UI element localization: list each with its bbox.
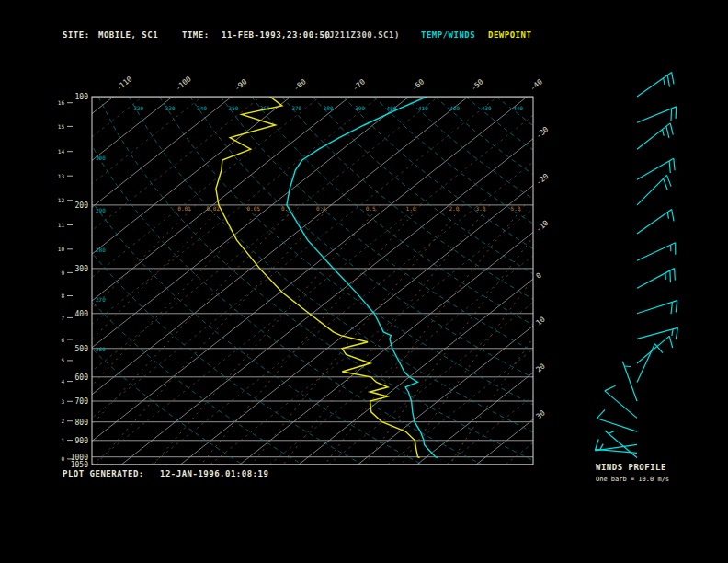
svg-text:1050: 1050 — [71, 461, 88, 469]
svg-text:370: 370 — [291, 105, 301, 111]
wind-barb — [637, 158, 675, 179]
svg-text:270: 270 — [96, 296, 106, 303]
right-temperature-labels: -30-20-100102030 — [535, 125, 551, 421]
svg-text:0.02: 0.02 — [206, 205, 220, 212]
wind-barb — [605, 385, 637, 418]
svg-text:20: 20 — [535, 362, 547, 373]
dewpoint-trace — [216, 97, 420, 458]
pressure-axis: 10020030040050060070080090010001050 — [71, 93, 88, 469]
wind-barb — [637, 301, 677, 315]
svg-text:200: 200 — [75, 201, 89, 210]
svg-text:13: 13 — [58, 173, 65, 179]
svg-text:380: 380 — [324, 105, 334, 111]
skewt-app-window: SITE: MOBILE, SC1 TIME: 11-FEB-1993,23:0… — [0, 0, 728, 563]
svg-text:15: 15 — [58, 123, 65, 130]
svg-text:10: 10 — [58, 246, 65, 252]
sounding-traces — [216, 97, 438, 458]
svg-text:0.01: 0.01 — [177, 205, 191, 212]
svg-text:260: 260 — [96, 346, 106, 352]
svg-text:5.0: 5.0 — [511, 205, 521, 212]
winds-profile-title: WINDS PROFILE — [596, 463, 666, 472]
svg-text:3.0: 3.0 — [475, 205, 485, 212]
svg-text:410: 410 — [418, 105, 428, 111]
svg-text:-70: -70 — [351, 77, 367, 92]
wind-barb — [637, 336, 673, 363]
height-axis: 012345678910111213141516 — [58, 99, 73, 462]
svg-text:6: 6 — [61, 337, 64, 343]
svg-text:-90: -90 — [233, 77, 249, 92]
svg-text:-80: -80 — [292, 77, 308, 92]
svg-text:0: 0 — [61, 455, 64, 462]
svg-text:700: 700 — [75, 397, 89, 406]
svg-text:-60: -60 — [410, 77, 426, 92]
svg-text:400: 400 — [75, 310, 89, 318]
wind-barb — [637, 175, 671, 205]
wind-barb — [637, 344, 663, 383]
wind-barb — [637, 269, 675, 289]
wind-barb — [595, 439, 637, 450]
svg-text:-20: -20 — [535, 172, 551, 187]
svg-text:800: 800 — [75, 419, 89, 427]
svg-text:500: 500 — [75, 345, 89, 353]
svg-text:30: 30 — [535, 408, 547, 420]
svg-text:0: 0 — [535, 271, 544, 281]
svg-text:300: 300 — [96, 155, 106, 161]
wind-barb — [637, 243, 676, 261]
svg-text:3: 3 — [61, 398, 64, 405]
wind-barb — [637, 123, 673, 149]
svg-text:300: 300 — [75, 265, 89, 273]
svg-text:290: 290 — [96, 207, 106, 213]
svg-text:9: 9 — [61, 270, 64, 276]
svg-text:420: 420 — [449, 105, 460, 111]
svg-text:1: 1 — [61, 437, 64, 443]
svg-text:-100: -100 — [174, 75, 193, 92]
svg-text:-110: -110 — [115, 75, 134, 92]
plot-generated-value: 12-JAN-1996,01:08:19 — [160, 469, 268, 478]
wind-barb — [637, 107, 677, 122]
svg-text:5: 5 — [61, 357, 64, 363]
svg-text:-50: -50 — [470, 77, 485, 92]
svg-text:11: 11 — [58, 222, 65, 228]
wind-barb — [637, 73, 674, 97]
svg-text:900: 900 — [75, 437, 89, 445]
svg-text:-30: -30 — [535, 125, 551, 140]
svg-text:4: 4 — [61, 378, 64, 385]
svg-text:350: 350 — [229, 105, 239, 111]
svg-text:14: 14 — [58, 148, 65, 155]
svg-text:8: 8 — [61, 293, 64, 299]
wind-barb — [637, 210, 674, 234]
svg-text:330: 330 — [165, 105, 176, 111]
svg-text:320: 320 — [133, 105, 143, 111]
svg-text:280: 280 — [96, 247, 106, 253]
skewt-grid — [0, 97, 728, 465]
temperature-trace — [287, 97, 438, 458]
svg-text:0.05: 0.05 — [246, 205, 260, 212]
top-temperature-labels: -110-100-90-80-70-60-50-40 — [115, 75, 544, 92]
plot-border — [92, 97, 533, 465]
svg-text:100: 100 — [75, 93, 89, 101]
wind-barb — [622, 362, 637, 401]
svg-text:7: 7 — [61, 315, 64, 321]
svg-text:1.0: 1.0 — [406, 205, 416, 212]
wind-barb — [605, 431, 637, 458]
svg-text:0.2: 0.2 — [316, 205, 326, 212]
plot-generated-label: PLOT GENERATED: — [63, 469, 144, 478]
svg-text:2: 2 — [61, 418, 64, 424]
svg-text:390: 390 — [355, 105, 365, 111]
wind-barbs — [595, 73, 677, 458]
svg-text:440: 440 — [513, 105, 523, 111]
svg-text:-40: -40 — [529, 77, 544, 92]
winds-profile-subtitle: One barb = 10.0 m/s — [596, 476, 669, 483]
svg-text:-10: -10 — [535, 219, 551, 234]
svg-text:0.5: 0.5 — [366, 205, 376, 212]
svg-text:2.0: 2.0 — [449, 205, 459, 212]
svg-text:430: 430 — [482, 105, 492, 111]
svg-text:16: 16 — [58, 99, 65, 106]
svg-text:600: 600 — [75, 373, 89, 382]
svg-text:340: 340 — [197, 105, 207, 111]
svg-text:10: 10 — [535, 316, 547, 327]
wind-barb — [637, 327, 677, 339]
svg-text:12: 12 — [58, 197, 65, 203]
